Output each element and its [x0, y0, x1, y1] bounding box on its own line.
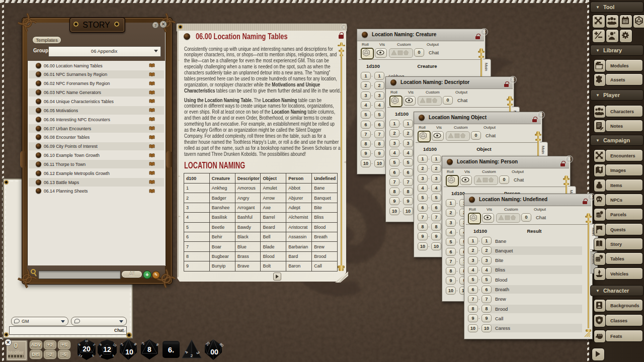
svg-text:20: 20 [83, 345, 91, 353]
svg-text:10: 10 [85, 339, 88, 342]
svg-text:10: 10 [125, 348, 133, 356]
svg-text:6.: 6. [168, 345, 175, 354]
svg-text:8: 8 [147, 345, 151, 353]
svg-text:2: 2 [191, 353, 193, 358]
svg-text:12: 12 [103, 345, 111, 353]
svg-text:00: 00 [210, 348, 218, 356]
